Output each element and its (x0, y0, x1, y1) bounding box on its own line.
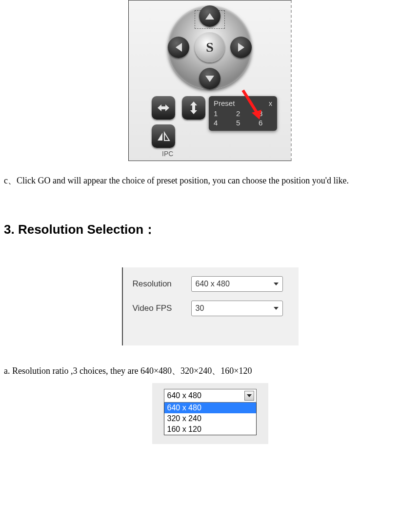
resolution-dropdown-value: 640 x 480 (167, 391, 201, 400)
horizontal-arrows-icon (157, 103, 170, 113)
chevron-down-icon (247, 394, 252, 400)
ptz-center-label: S (206, 40, 214, 55)
preset-6[interactable]: 6 (259, 119, 272, 127)
preset-1[interactable]: 1 (214, 109, 227, 118)
ptz-left-button[interactable] (168, 37, 189, 58)
pan-scan-button[interactable] (152, 96, 175, 120)
resolution-value: 640 x 480 (196, 280, 230, 288)
ipc-label: IPC (133, 148, 287, 160)
resolution-option-1[interactable]: 320 x 240 (164, 413, 256, 424)
resolution-dropdown-list: 640 x 480 320 x 240 160 x 120 (164, 403, 257, 435)
resolution-option-2[interactable]: 160 x 120 (164, 424, 256, 435)
ptz-up-button[interactable] (199, 5, 220, 27)
dropdown-toggle-button[interactable] (244, 391, 254, 401)
bullet-a-prefix: a. (4, 366, 12, 376)
resolution-label: Resolution (133, 279, 191, 289)
ptz-center-button[interactable]: S (195, 32, 225, 62)
preset-close-button[interactable]: x (269, 100, 272, 107)
resolution-option-0[interactable]: 640 x 480 (164, 403, 256, 413)
preset-2[interactable]: 2 (236, 109, 250, 118)
resolution-dropdown-figure: 640 x 480 640 x 480 320 x 240 160 x 120 (152, 383, 268, 444)
tilt-scan-button[interactable] (182, 96, 205, 120)
ptz-right-button[interactable] (230, 37, 252, 58)
preset-popup: Preset x 1 2 3 4 5 6 (209, 96, 277, 131)
bullet-a: a. Resolution ratio ,3 choices, they are… (4, 365, 420, 377)
ptz-control-panel: S (128, 0, 292, 161)
resolution-dropdown[interactable]: 640 x 480 (164, 389, 257, 403)
mirror-button[interactable] (152, 124, 175, 148)
ptz-down-button[interactable] (199, 68, 220, 89)
ptz-panel-inner: S (129, 0, 291, 161)
bullet-a-body: Resolution ratio ,3 choices, they are 64… (12, 366, 252, 376)
preset-3[interactable]: 3 (259, 109, 272, 118)
preset-5[interactable]: 5 (236, 119, 250, 127)
section-heading-resolution: 3. Resolution Selection： (4, 221, 420, 238)
mirror-icon (157, 131, 170, 142)
ptz-extra-buttons: GO Preset x (151, 96, 268, 148)
vertical-arrows-icon (189, 101, 199, 115)
preset-number-grid: 1 2 3 4 5 6 (214, 108, 272, 127)
instruction-c: c、Click GO and will appear the choice of… (4, 175, 420, 187)
resolution-settings-panel: Resolution 640 x 480 Video FPS 30 (122, 267, 299, 345)
fps-label: Video FPS (133, 303, 191, 313)
fps-select[interactable]: 30 (191, 301, 283, 316)
resolution-select[interactable]: 640 x 480 (191, 276, 283, 292)
ptz-dpad: S (166, 3, 254, 91)
chevron-down-icon (274, 307, 279, 312)
preset-4[interactable]: 4 (214, 119, 227, 127)
preset-title: Preset (214, 99, 235, 107)
chevron-down-icon (274, 283, 279, 288)
fps-value: 30 (196, 304, 204, 313)
